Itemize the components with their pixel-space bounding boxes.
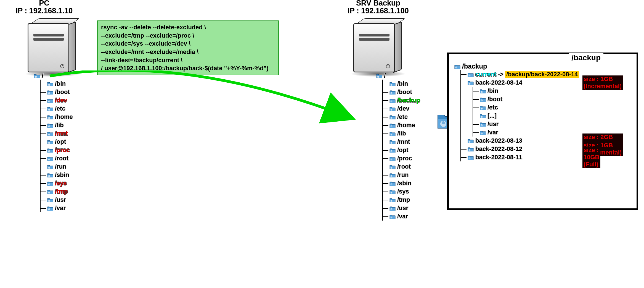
folder-icon bbox=[47, 172, 53, 177]
current-target: /backup/back-2022-08-14 bbox=[505, 71, 579, 78]
dir-label: /backup bbox=[397, 97, 420, 104]
fs-dir: /boot bbox=[41, 88, 73, 96]
folder-icon bbox=[468, 72, 474, 77]
dir-label: /usr bbox=[397, 205, 408, 212]
dir-label: /var bbox=[397, 213, 408, 220]
snapshot-name: back-2022-08-14 bbox=[475, 79, 522, 86]
folder-icon bbox=[480, 105, 486, 110]
fs-dir: /boot bbox=[473, 95, 579, 103]
folder-icon bbox=[389, 181, 396, 186]
dir-label: /bin bbox=[55, 80, 66, 87]
size-badge: size : 10GB (Full) bbox=[582, 146, 600, 168]
folder-icon bbox=[389, 197, 396, 202]
dir-label: /bin bbox=[397, 80, 408, 87]
folder-icon bbox=[47, 131, 53, 136]
fs-dir: /proc bbox=[41, 146, 73, 154]
srv-ip: IP : 192.168.1.100 bbox=[337, 7, 420, 15]
folder-icon bbox=[389, 164, 396, 169]
dir-label: [...] bbox=[487, 112, 497, 119]
dir-label: /opt bbox=[397, 146, 408, 154]
fs-dir: /var bbox=[383, 212, 420, 221]
dir-label: /run bbox=[397, 171, 409, 179]
folder-icon bbox=[47, 123, 53, 128]
folder-icon bbox=[47, 181, 53, 186]
dir-label: /boot bbox=[55, 88, 70, 96]
dir-label: /dev bbox=[55, 97, 67, 104]
folder-icon bbox=[480, 130, 486, 135]
srv-fs-tree: / /bin/boot/backup/dev/etc/home/lib/mnt/… bbox=[376, 72, 420, 221]
fs-dir: /var bbox=[41, 204, 73, 212]
dir-label: /etc bbox=[55, 105, 65, 112]
dir-label: /opt bbox=[55, 138, 66, 145]
folder-icon bbox=[47, 139, 53, 144]
dir-label: /proc bbox=[397, 155, 412, 162]
folder-icon bbox=[480, 97, 486, 102]
rsync-command-box: rsync -av --delete --delete-excluded \ -… bbox=[97, 20, 279, 75]
fs-dir: /tmp bbox=[41, 187, 73, 196]
fs-dir: /tmp bbox=[383, 196, 420, 204]
fs-dir: /dev bbox=[383, 104, 420, 113]
fs-dir: /sys bbox=[383, 187, 420, 196]
backup-snapshot: back-2022-08-13 size : 2GB (Incremental) bbox=[461, 137, 579, 145]
folder-icon bbox=[454, 64, 460, 69]
dir-label: /home bbox=[55, 113, 73, 121]
fs-dir: /lib bbox=[383, 129, 420, 138]
folder-icon bbox=[480, 122, 486, 127]
fs-dir: /run bbox=[383, 171, 420, 179]
panel-title: /backup bbox=[569, 53, 603, 62]
dir-label: /boot bbox=[397, 88, 412, 96]
srv-root-label: / bbox=[384, 72, 386, 80]
folder-icon bbox=[468, 138, 474, 143]
dir-label: /sbin bbox=[397, 180, 411, 187]
folder-icon bbox=[47, 189, 53, 194]
folder-icon bbox=[47, 148, 53, 153]
dir-label: /mnt bbox=[397, 138, 410, 145]
folder-icon bbox=[47, 197, 53, 202]
folder-icon bbox=[47, 90, 53, 95]
snapshot-name: back-2022-08-13 bbox=[475, 137, 522, 144]
backup-current-symlink: current -> /backup/back-2022-08-14 bbox=[461, 70, 579, 78]
folder-icon bbox=[468, 155, 474, 160]
dir-label: /usr bbox=[55, 196, 66, 203]
dir-label: /proc bbox=[55, 146, 70, 154]
backup-snapshot: back-2022-08-11 size : 10GB (Full) bbox=[461, 153, 579, 161]
fs-dir: /opt bbox=[41, 138, 73, 146]
fs-dir: /mnt bbox=[383, 138, 420, 146]
folder-icon bbox=[376, 73, 382, 78]
fs-dir: /dev bbox=[41, 96, 73, 104]
folder-icon bbox=[389, 214, 396, 219]
fs-dir: /home bbox=[383, 121, 420, 129]
backup-tree: /backup current -> /backup/back-2022-08-… bbox=[454, 62, 579, 161]
fs-dir: [...] bbox=[473, 112, 579, 120]
folder-icon bbox=[389, 189, 396, 194]
current-label: current bbox=[475, 71, 496, 78]
dir-label: /sys bbox=[55, 180, 67, 187]
folder-icon bbox=[389, 98, 396, 103]
folder-icon bbox=[389, 172, 396, 177]
folder-icon bbox=[47, 206, 53, 211]
backup-root-label: /backup bbox=[462, 62, 487, 70]
folder-icon bbox=[389, 156, 396, 161]
fs-dir: /root bbox=[383, 163, 420, 171]
fs-dir: /bin bbox=[41, 80, 73, 88]
folder-icon bbox=[480, 113, 486, 118]
dir-label: /run bbox=[55, 163, 67, 170]
fs-dir: /etc bbox=[383, 113, 420, 121]
dir-label: /sys bbox=[397, 188, 409, 195]
folder-icon bbox=[389, 90, 396, 95]
fs-dir: /usr bbox=[473, 120, 579, 128]
fs-dir: /sys bbox=[41, 179, 73, 187]
fs-dir: /etc bbox=[473, 103, 579, 112]
srv-title: SRV Backup bbox=[337, 0, 420, 7]
folder-icon bbox=[389, 106, 396, 111]
folder-icon bbox=[389, 81, 396, 86]
pc-fs-tree: / /bin/boot/dev/etc/home/lib/mnt/opt/pro… bbox=[34, 72, 73, 212]
folder-icon bbox=[468, 146, 474, 151]
fs-dir: /var bbox=[473, 128, 579, 137]
dir-label: /etc bbox=[397, 113, 408, 121]
dir-label: /var bbox=[55, 205, 66, 212]
fs-dir: /usr bbox=[41, 196, 73, 204]
pc-title: PC bbox=[8, 0, 80, 7]
dir-label: /dev bbox=[397, 105, 409, 112]
folder-icon bbox=[468, 80, 474, 85]
